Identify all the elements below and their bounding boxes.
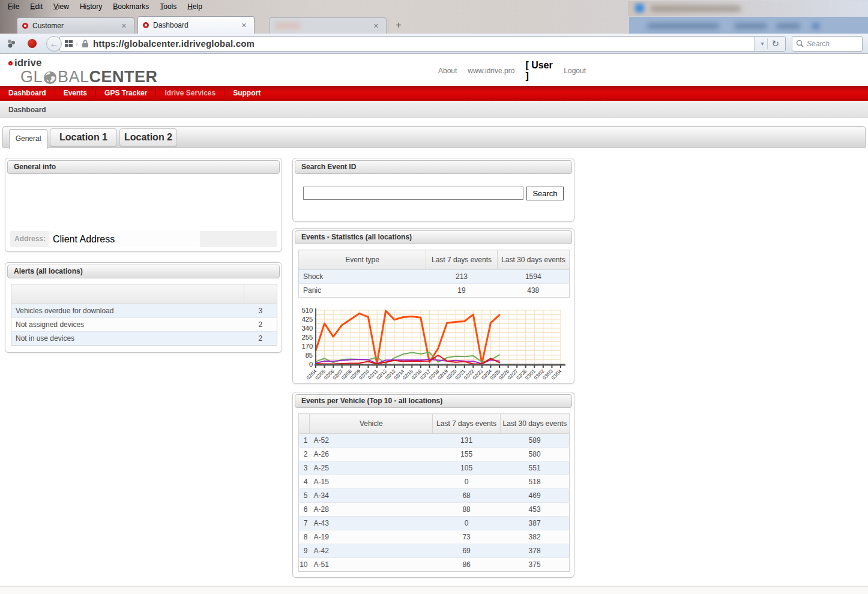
nav-support[interactable]: Support [225, 86, 269, 101]
about-link[interactable]: About [438, 67, 457, 75]
extension-paw-icon[interactable] [6, 38, 17, 49]
general-info-panel: General info Address: Client Address [5, 158, 282, 252]
browser-navbar: ← › https://globalcenter.idriveglobal.co… [0, 34, 868, 54]
table-row: 8A-1973382 [299, 530, 570, 544]
website-link[interactable]: www.idrive.pro [468, 67, 514, 75]
menu-view[interactable]: View [48, 1, 74, 13]
search-button[interactable]: Search [526, 187, 564, 200]
table-row: 4A-150518 [299, 475, 570, 489]
svg-text:0: 0 [309, 361, 313, 368]
alerts-panel: Alerts (all locations) Vehicles overdue … [5, 262, 282, 353]
menu-tools[interactable]: Tools [154, 1, 182, 13]
menu-bookmarks[interactable]: Bookmarks [107, 1, 154, 13]
tab-general[interactable]: General [9, 129, 47, 149]
background-window-toolbar-blurred [629, 17, 868, 34]
menu-edit[interactable]: Edit [25, 1, 48, 13]
chevron-right-icon: › [76, 40, 78, 48]
tab-location-2[interactable]: Location 2 [119, 128, 177, 146]
screen: File Edit View History Bookmarks Tools H… [0, 0, 868, 594]
events-line-chart: 08517025534042551002/0402/0502/0602/0702… [297, 307, 568, 386]
browser-search-input[interactable] [807, 40, 858, 48]
table-row: 3A-25105551 [299, 461, 570, 475]
urlbar-dropdown-icon[interactable]: ▾ [757, 40, 767, 47]
browser-tabstrip: Customer ✕ Dashboard ✕ ✕ + [0, 16, 629, 34]
svg-text:170: 170 [302, 343, 313, 350]
logo-ring-icon [8, 61, 13, 65]
table-row: Shock2131594 [299, 270, 570, 284]
address-row: Address: Client Address [10, 231, 277, 247]
svg-text:510: 510 [302, 307, 313, 314]
background-window-blurred [628, 1, 868, 16]
user-label[interactable]: [ User ] [525, 60, 553, 82]
search-event-panel: Search Event ID Search [292, 158, 574, 222]
panel-title: General info [7, 160, 280, 174]
record-indicator-icon[interactable] [28, 39, 37, 48]
table-row: 10A-5186375 [299, 558, 570, 572]
nav-idrive-services[interactable]: Idrive Services [156, 86, 224, 101]
svg-text:85: 85 [306, 352, 313, 359]
event-id-input[interactable] [303, 187, 523, 200]
panel-title: Alerts (all locations) [7, 265, 280, 278]
tab-close-icon[interactable]: ✕ [239, 20, 249, 31]
tab-close-icon[interactable]: ✕ [119, 21, 129, 31]
nav-gps-tracker[interactable]: GPS Tracker [96, 86, 155, 101]
tab-title-blurred [274, 22, 301, 29]
site-header: idrive GLBALCENTER About www.idrive.pro … [0, 55, 868, 86]
events-per-vehicle-panel: Events per Vehicle (Top 10 - all locatio… [292, 392, 574, 578]
address-label: Address: [14, 231, 46, 247]
new-tab-button[interactable]: + [390, 18, 407, 32]
table-row: 2A-26155580 [299, 448, 570, 461]
idrive-logo[interactable]: idrive GLBALCENTER [8, 57, 158, 85]
background-window-title-blur [651, 6, 741, 11]
menu-help[interactable]: Help [182, 1, 208, 13]
tabstrip-separator [388, 19, 388, 32]
header-links: About www.idrive.pro [ User ] Logout [438, 60, 586, 82]
table-row: Not in use devices2 [11, 332, 277, 346]
svg-text:255: 255 [302, 334, 313, 341]
url-text[interactable]: https://globalcenter.idriveglobal.com [93, 38, 255, 49]
panel-title: Events per Vehicle (Top 10 - all locatio… [295, 394, 572, 408]
https-lock-icon[interactable] [82, 40, 89, 48]
browser-tab-dashboard[interactable]: Dashboard ✕ [137, 16, 255, 34]
table-row: 9A-4269378 [299, 544, 570, 558]
browser-tab-customer[interactable]: Customer ✕ [17, 17, 134, 34]
events-statistics-panel: Events - Statistics (all locations) Even… [292, 228, 574, 384]
table-row: 7A-430387 [299, 517, 570, 530]
table-row: 5A-3468469 [299, 489, 570, 503]
background-window-icon [635, 4, 644, 13]
address-value-field: Client Address [49, 231, 200, 247]
idrive-favicon-icon [143, 22, 149, 28]
menu-history[interactable]: History [74, 1, 107, 13]
reload-icon[interactable]: ↻ [767, 38, 783, 49]
menu-file[interactable]: File [2, 1, 25, 13]
events-per-vehicle-table: Vehicle Last 7 days events Last 30 days … [298, 413, 570, 572]
tab-location-1[interactable]: Location 1 [50, 128, 117, 146]
tab-close-icon[interactable]: ✕ [371, 21, 381, 31]
svg-text:340: 340 [302, 325, 313, 332]
globe-icon [43, 71, 57, 85]
events-statistics-table: Event type Last 7 days events Last 30 da… [298, 250, 570, 298]
idrive-favicon-icon [22, 23, 28, 29]
nav-events[interactable]: Events [55, 86, 95, 101]
chart-canvas: 08517025534042551002/0402/0502/0602/0702… [297, 307, 568, 383]
site-tiles-icon[interactable] [65, 40, 73, 47]
nav-dashboard[interactable]: Dashboard [0, 86, 55, 101]
svg-text:425: 425 [302, 316, 313, 323]
table-row: 1A-52131589 [299, 434, 570, 448]
logout-link[interactable]: Logout [564, 67, 586, 75]
browser-search-box[interactable] [792, 36, 863, 52]
browser-menubar: File Edit View History Bookmarks Tools H… [2, 1, 208, 13]
url-bar[interactable]: › https://globalcenter.idriveglobal.com … [59, 36, 786, 52]
browser-titlebar: File Edit View History Bookmarks Tools H… [0, 0, 868, 34]
table-row: Vehicles overdue for download3 [11, 304, 277, 318]
panel-title: Events - Statistics (all locations) [295, 230, 572, 244]
window-bottom-edge [0, 586, 868, 594]
panel-title: Search Event ID [295, 160, 572, 174]
alerts-table: Vehicles overdue for download3 Not assig… [11, 284, 277, 346]
breadcrumb: Dashboard [0, 101, 868, 118]
table-row: Not assigned devices2 [11, 318, 277, 332]
search-icon [796, 40, 804, 47]
back-button[interactable]: ← [46, 36, 62, 52]
browser-tab-blank[interactable]: ✕ [269, 17, 387, 34]
table-row: Panic19438 [299, 284, 570, 298]
